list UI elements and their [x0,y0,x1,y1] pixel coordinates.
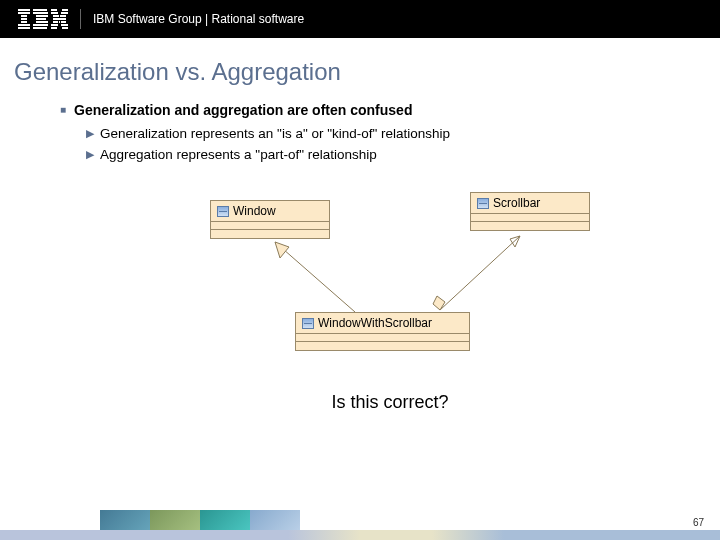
svg-rect-9 [36,15,48,17]
footer-bar [0,530,720,540]
svg-rect-25 [61,24,68,26]
svg-rect-16 [51,12,58,14]
bullet-sub-1-text: Generalization represents an "is a" or "… [100,126,450,141]
svg-line-30 [440,236,520,310]
svg-rect-8 [33,12,48,14]
page-number: 67 [693,517,704,528]
svg-rect-6 [18,27,30,29]
svg-rect-14 [51,9,57,11]
svg-line-28 [275,242,355,312]
svg-rect-13 [33,27,47,29]
svg-rect-17 [61,12,68,14]
svg-rect-1 [18,12,30,14]
triangle-bullet-icon: ▶ [86,149,94,160]
svg-rect-7 [33,9,47,11]
svg-rect-10 [36,18,46,20]
svg-rect-18 [53,15,59,17]
class-icon [302,318,314,329]
svg-rect-24 [51,24,58,26]
bullet-primary-text: Generalization and aggregation are often… [74,102,412,118]
svg-rect-22 [59,21,60,23]
slide-footer: 67 [0,506,720,540]
svg-marker-31 [510,236,520,247]
uml-class-scrollbar-name: Scrollbar [493,196,540,210]
slide-title: Generalization vs. Aggregation [0,38,720,102]
svg-marker-32 [433,296,445,310]
svg-rect-5 [18,24,30,26]
svg-rect-2 [21,15,27,17]
bullet-sub-2: ▶ Aggregation represents a "part-of" rel… [60,147,720,162]
svg-rect-27 [62,27,68,29]
svg-rect-15 [62,9,68,11]
svg-rect-19 [60,15,66,17]
svg-rect-12 [33,24,48,26]
bullet-sub-1: ▶ Generalization represents an "is a" or… [60,126,720,141]
uml-connectors [100,192,680,382]
class-icon [477,198,489,209]
uml-diagram: Window Scrollbar WindowWithScrollbar [100,192,680,382]
svg-rect-20 [53,18,66,20]
svg-rect-3 [21,18,27,20]
uml-class-scrollbar: Scrollbar [470,192,590,231]
class-icon [217,206,229,217]
square-bullet-icon: ■ [60,105,66,115]
uml-class-windowwithscrollbar: WindowWithScrollbar [295,312,470,351]
ibm-logo [18,9,68,29]
uml-class-child-name: WindowWithScrollbar [318,316,432,330]
svg-rect-0 [18,9,30,11]
slide-header: IBM Software Group | Rational software [0,0,720,38]
svg-marker-29 [275,242,289,258]
bullet-sub-2-text: Aggregation represents a "part-of" relat… [100,147,377,162]
triangle-bullet-icon: ▶ [86,128,94,139]
uml-class-window: Window [210,200,330,239]
slide-question: Is this correct? [60,392,720,413]
svg-rect-21 [53,21,58,23]
uml-class-window-name: Window [233,204,276,218]
svg-rect-23 [61,21,66,23]
bullet-primary: ■ Generalization and aggregation are oft… [60,102,720,118]
header-text: IBM Software Group | Rational software [93,12,304,26]
svg-rect-11 [36,21,48,23]
header-divider [80,9,81,29]
svg-rect-4 [21,21,27,23]
svg-rect-26 [51,27,57,29]
slide-body: ■ Generalization and aggregation are oft… [0,102,720,413]
